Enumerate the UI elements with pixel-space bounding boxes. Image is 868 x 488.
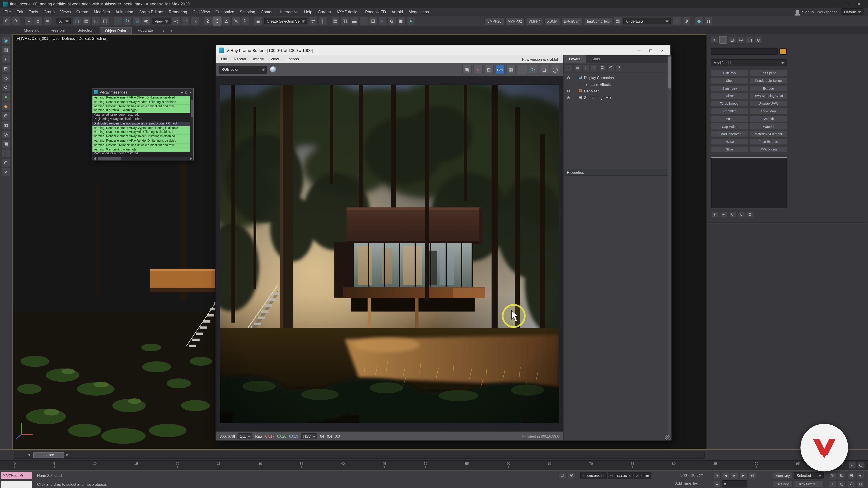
custom-toolbar-button[interactable]: VMPP4 <box>526 17 544 25</box>
create-layer-icon[interactable]: + <box>673 17 681 25</box>
vray-frame-buffer-window[interactable]: V-Ray Frame Buffer - [100.0% of 1000 x 1… <box>215 45 671 441</box>
minimize-icon[interactable]: ─ <box>634 46 645 54</box>
left-tool-icon[interactable]: ⊕ <box>1 111 10 120</box>
left-tool-icon[interactable]: ↺ <box>1 83 10 92</box>
schematic-view-icon[interactable]: ⊞ <box>369 17 377 25</box>
modifier-button[interactable]: Edit Poly <box>711 70 748 76</box>
show-end-result-icon[interactable]: ≡ <box>720 212 727 218</box>
sign-in-button[interactable]: Sign In <box>802 10 814 13</box>
modifier-button[interactable]: Smooth <box>749 116 787 122</box>
ribbon-tab[interactable]: Modeling <box>19 27 44 34</box>
select-and-rotate-icon[interactable]: ↻ <box>123 17 132 25</box>
save-preset-icon[interactable]: ↓ <box>582 64 589 71</box>
left-tool-icon[interactable]: ◉ <box>1 36 10 45</box>
show-corrections-icon[interactable]: ▦ <box>506 65 516 74</box>
ribbon-tab[interactable]: Object Paint <box>99 27 131 34</box>
key-filters-button[interactable]: Key Filters... <box>794 480 824 488</box>
mirror-icon[interactable]: ⇄ <box>309 17 318 25</box>
coordinate-field[interactable]: Y:-2144.451c <box>608 472 633 479</box>
viewport[interactable]: [+] [VRayCam_001 ] [User Defined] [Defau… <box>12 34 706 449</box>
ribbon-tab[interactable]: Selection <box>72 27 98 34</box>
modifier-button[interactable]: Noise <box>711 138 748 145</box>
modifier-button[interactable]: MaterialByElement <box>749 131 787 138</box>
object-name-field[interactable] <box>711 48 778 55</box>
modifier-button[interactable]: UVW Xform <box>749 146 787 153</box>
layer-list-icon[interactable]: ≣ <box>599 64 606 71</box>
menu-item[interactable]: Civil View <box>190 8 213 15</box>
selection-set-key-dropdown[interactable]: Selected <box>794 472 824 479</box>
select-by-name-icon[interactable]: ▤ <box>82 17 91 25</box>
minimize-icon[interactable]: ─ <box>181 90 183 94</box>
maxscript-mini-listener[interactable]: MAXScript Mi <box>1 472 32 479</box>
visibility-eye-icon[interactable]: ⊙ <box>566 95 571 100</box>
rendered-frame-icon[interactable]: ▣ <box>397 17 405 25</box>
modifier-button[interactable]: Face Extrude <box>749 138 787 145</box>
clear-image-icon[interactable]: × <box>473 65 483 74</box>
ribbon-toggle-icon[interactable]: ▬ <box>350 17 359 25</box>
motion-tab-icon[interactable]: ◎ <box>737 36 745 43</box>
layer-tree-row[interactable]: ⊙▤Display Correction <box>563 74 668 80</box>
vfb-menu-item[interactable]: Image <box>250 55 267 63</box>
modifier-button[interactable]: Edit Spline <box>749 70 787 76</box>
vfb-titlebar[interactable]: V-Ray Frame Buffer - [100.0% of 1000 x 1… <box>216 45 671 55</box>
minimize-icon[interactable]: ─ <box>829 0 841 8</box>
region-render-icon[interactable]: ◻ <box>539 65 549 74</box>
add-to-layer-icon[interactable]: ⊕ <box>682 17 691 25</box>
scroll-left-icon[interactable] <box>92 157 97 160</box>
menu-item[interactable]: Graph Editors <box>136 8 166 15</box>
left-tool-icon[interactable]: ▤ <box>1 45 10 54</box>
angle-snap-icon[interactable]: ∠ <box>222 17 231 25</box>
maxscript-mini-listener-input[interactable] <box>1 481 32 488</box>
bind-to-spacewarp-icon[interactable]: ≈ <box>43 17 52 25</box>
menu-item[interactable]: Scripting <box>237 8 258 15</box>
message-row[interactable]: warning: Material "Rubber" has unlocked … <box>92 104 190 109</box>
message-row[interactable]: Distributed rendering is not supported i… <box>92 122 190 126</box>
scene-explorer-icon[interactable]: ▤ <box>331 17 340 25</box>
scroll-right-icon[interactable] <box>189 157 193 160</box>
message-row[interactable]: warning: Render element VRayRenderID fil… <box>92 100 190 104</box>
vfb-menu-item[interactable]: Options <box>282 55 302 63</box>
menu-item[interactable]: AXYZ design <box>334 8 362 15</box>
menu-item[interactable]: Animation <box>113 8 136 15</box>
undo-icon[interactable]: ↶ <box>2 17 11 25</box>
horizontal-scrollbar[interactable] <box>92 156 193 161</box>
snap-3d-icon[interactable]: 3 <box>213 17 221 25</box>
custom-toolbar-button[interactable]: BatchCam <box>561 17 583 25</box>
modifier-button[interactable]: Extrude <box>749 85 787 92</box>
mini-curve-editor-icon[interactable]: ~ <box>848 462 856 468</box>
vfb-panel-tab[interactable]: Stats <box>586 55 606 63</box>
left-tool-icon[interactable]: ⊞ <box>1 64 10 73</box>
menu-item[interactable]: Content <box>258 8 277 15</box>
menu-item[interactable]: File <box>2 8 13 15</box>
menu-item[interactable]: Modifiers <box>91 8 113 15</box>
vfb-menu-item[interactable]: Render <box>230 55 250 63</box>
align-icon[interactable]: ∥ <box>318 17 327 25</box>
test-resolution-50-icon[interactable]: 50% <box>495 65 505 74</box>
layer-explorer-icon[interactable]: ▥ <box>340 17 349 25</box>
menu-item[interactable]: Edit <box>13 8 26 15</box>
select-and-scale-icon[interactable]: ◲ <box>132 17 141 25</box>
configure-modifier-sets-icon[interactable]: ⊛ <box>746 212 754 218</box>
modifier-button[interactable]: TurboSmooth <box>711 100 748 107</box>
modifier-button[interactable]: Material <box>749 123 787 130</box>
selection-filter-dropdown[interactable]: All <box>57 18 71 24</box>
time-slider[interactable]: 0 / 100 <box>33 452 64 458</box>
remove-modifier-icon[interactable]: × <box>738 212 745 218</box>
render-production-icon[interactable]: ● <box>406 17 415 25</box>
select-and-move-icon[interactable]: + <box>114 17 122 25</box>
zoom-region-icon[interactable]: ◱ <box>857 472 865 479</box>
left-tool-icon[interactable]: ◎ <box>1 130 10 139</box>
material-editor-icon[interactable]: ◐ <box>378 17 387 25</box>
message-row[interactable]: warning: Render element VRayObjectID fil… <box>92 135 190 139</box>
coordinate-field[interactable]: Z:0.0cm <box>634 472 651 479</box>
custom-toolbar-button[interactable]: VMPP32 <box>505 17 525 25</box>
modifier-button[interactable]: Push <box>711 116 748 122</box>
pin-stack-icon[interactable]: ∗ <box>711 212 718 218</box>
divider[interactable] <box>518 65 527 74</box>
coordinate-system-dropdown[interactable]: View <box>152 18 170 24</box>
modifier-button[interactable]: Shell <box>711 77 748 84</box>
modifier-button[interactable]: Symmetry <box>711 85 748 92</box>
undo-icon[interactable]: ↶ <box>607 64 614 71</box>
zoom-icon[interactable]: ⊕ <box>828 472 837 479</box>
workspace-dropdown[interactable]: Default <box>841 8 864 15</box>
